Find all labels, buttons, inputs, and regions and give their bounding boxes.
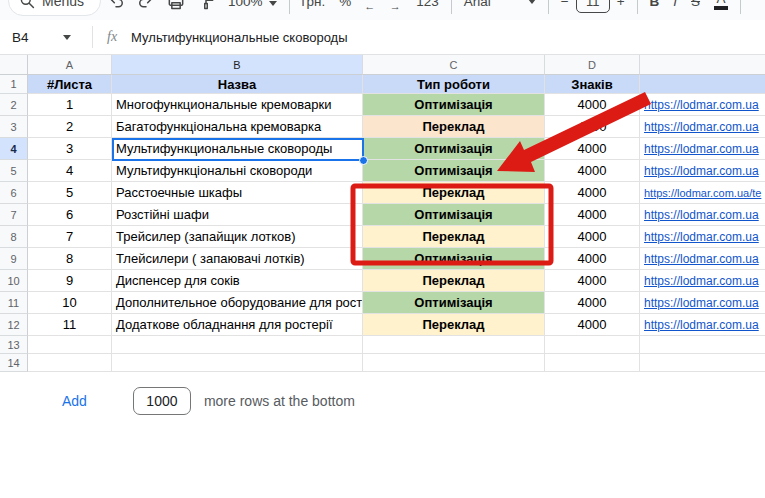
name-box[interactable]: B4 bbox=[0, 30, 92, 45]
font-select[interactable]: Arial bbox=[457, 0, 543, 9]
row-header-14[interactable]: 14 bbox=[0, 354, 28, 372]
row-header-2[interactable]: 2 bbox=[0, 94, 28, 116]
link-e12[interactable]: https://lodmar.com.ua bbox=[644, 318, 759, 332]
italic-button[interactable]: I bbox=[666, 0, 684, 9]
cell-a9[interactable]: 8 bbox=[28, 248, 112, 270]
cell-c12[interactable]: Переклад bbox=[363, 314, 545, 336]
cell-d8[interactable]: 4000 bbox=[545, 226, 640, 248]
currency-format-button[interactable]: грн. bbox=[295, 0, 333, 9]
column-header-b[interactable]: B bbox=[112, 55, 363, 75]
cell-e14[interactable] bbox=[640, 354, 765, 372]
zoom-select[interactable]: 100% bbox=[221, 0, 284, 9]
row-header-12[interactable]: 12 bbox=[0, 314, 28, 336]
column-header-c[interactable]: C bbox=[363, 55, 545, 75]
link-e3[interactable]: https://lodmar.com.ua bbox=[644, 120, 759, 134]
row-header-7[interactable]: 7 bbox=[0, 204, 28, 226]
row-header-3[interactable]: 3 bbox=[0, 116, 28, 138]
more-formats-button[interactable]: 123 bbox=[409, 0, 446, 9]
link-e5[interactable]: https://lodmar.com.ua bbox=[644, 164, 759, 178]
paint-format-button[interactable] bbox=[191, 0, 221, 16]
cell-a6[interactable]: 5 bbox=[28, 182, 112, 204]
cell-c7[interactable]: Оптимізація bbox=[363, 204, 545, 226]
increase-decimal-button[interactable]: .00 → bbox=[381, 0, 409, 11]
cell-d5[interactable]: 4000 bbox=[545, 160, 640, 182]
cell-d13[interactable] bbox=[545, 336, 640, 354]
cell-c8[interactable]: Переклад bbox=[363, 226, 545, 248]
cell-a7[interactable]: 6 bbox=[28, 204, 112, 226]
link-e4[interactable]: https://lodmar.com.ua bbox=[644, 142, 759, 156]
add-rows-button[interactable]: Add bbox=[62, 393, 87, 409]
cell-d7[interactable]: 4000 bbox=[545, 204, 640, 226]
text-color-button[interactable]: A bbox=[707, 0, 735, 10]
cell-c6[interactable]: Переклад bbox=[363, 182, 545, 204]
cell-a3[interactable]: 2 bbox=[28, 116, 112, 138]
cell-d2[interactable]: 4000 bbox=[545, 94, 640, 116]
cell-d3[interactable]: 4000 bbox=[545, 116, 640, 138]
link-e6[interactable]: https://lodmar.com.ua/te bbox=[644, 187, 761, 199]
cell-c14[interactable] bbox=[363, 354, 545, 372]
row-header-8[interactable]: 8 bbox=[0, 226, 28, 248]
cell-d4[interactable]: 4000 bbox=[545, 138, 640, 160]
cell-b6[interactable]: Расстоечные шкафы bbox=[112, 182, 363, 204]
formula-input[interactable]: Мультифункциональные сковороды bbox=[131, 30, 347, 45]
cell-a10[interactable]: 9 bbox=[28, 270, 112, 292]
link-e9[interactable]: https://lodmar.com.ua bbox=[644, 252, 759, 266]
cell-b13[interactable] bbox=[112, 336, 363, 354]
decrease-font-size-button[interactable]: − bbox=[554, 0, 576, 9]
cell-a13[interactable] bbox=[28, 336, 112, 354]
cell-e13[interactable] bbox=[640, 336, 765, 354]
menus-search-pill[interactable]: Menus bbox=[8, 0, 101, 16]
row-header-11[interactable]: 11 bbox=[0, 292, 28, 314]
column-header-a[interactable]: A bbox=[28, 55, 112, 75]
cell-b8[interactable]: Трейсилер (запайщик лотков) bbox=[112, 226, 363, 248]
undo-button[interactable] bbox=[101, 0, 131, 16]
cell-b5[interactable]: Мультифункціональні сковороди bbox=[112, 160, 363, 182]
cell-a2[interactable]: 1 bbox=[28, 94, 112, 116]
cell-e1[interactable] bbox=[640, 75, 765, 94]
select-all-corner[interactable] bbox=[0, 55, 28, 75]
cell-c9[interactable]: Оптимізація bbox=[363, 248, 545, 270]
link-e8[interactable]: https://lodmar.com.ua bbox=[644, 230, 759, 244]
row-header-6[interactable]: 6 bbox=[0, 182, 28, 204]
cell-b14[interactable] bbox=[112, 354, 363, 372]
cell-a4[interactable]: 3 bbox=[28, 138, 112, 160]
cell-c5[interactable]: Оптимізація bbox=[363, 160, 545, 182]
cell-c2[interactable]: Оптимізація bbox=[363, 94, 545, 116]
add-rows-count-input[interactable] bbox=[133, 387, 191, 415]
strikethrough-button[interactable]: S bbox=[684, 0, 707, 9]
bold-button[interactable]: B bbox=[643, 0, 667, 9]
row-header-10[interactable]: 10 bbox=[0, 270, 28, 292]
increase-font-size-button[interactable]: + bbox=[610, 0, 632, 9]
link-e2[interactable]: https://lodmar.com.ua bbox=[644, 98, 759, 112]
column-header-d[interactable]: D bbox=[545, 55, 640, 75]
cell-b3[interactable]: Багатофункціональна кремоварка bbox=[112, 116, 363, 138]
cell-c11[interactable]: Оптимізація bbox=[363, 292, 545, 314]
cell-b4-selected[interactable]: Мультифункциональные сковороды bbox=[112, 138, 363, 160]
row-header-13[interactable]: 13 bbox=[0, 336, 28, 354]
cell-d11[interactable]: 4000 bbox=[545, 292, 640, 314]
font-size-input[interactable]: 11 bbox=[576, 0, 610, 13]
row-header-5[interactable]: 5 bbox=[0, 160, 28, 182]
cell-d1[interactable]: Знаків bbox=[545, 75, 640, 94]
cell-b12[interactable]: Додаткове обладнання для ростерії bbox=[112, 314, 363, 336]
cell-a12[interactable]: 11 bbox=[28, 314, 112, 336]
cell-c4[interactable]: Оптимізація bbox=[363, 138, 545, 160]
cell-a14[interactable] bbox=[28, 354, 112, 372]
link-e11[interactable]: https://lodmar.com.ua bbox=[644, 296, 759, 310]
cell-a1[interactable]: #Листа bbox=[28, 75, 112, 94]
cell-b2[interactable]: Многофункциональные кремоварки bbox=[112, 94, 363, 116]
cell-b10[interactable]: Диспенсер для соків bbox=[112, 270, 363, 292]
decrease-decimal-button[interactable]: .0 ← bbox=[358, 0, 381, 11]
cell-c3[interactable]: Переклад bbox=[363, 116, 545, 138]
row-header-4[interactable]: 4 bbox=[0, 138, 28, 160]
row-header-9[interactable]: 9 bbox=[0, 248, 28, 270]
percent-format-button[interactable]: % bbox=[332, 0, 358, 9]
redo-button[interactable] bbox=[131, 0, 161, 16]
cell-d14[interactable] bbox=[545, 354, 640, 372]
column-header-e[interactable] bbox=[640, 55, 765, 75]
cell-d12[interactable]: 4000 bbox=[545, 314, 640, 336]
cell-a5[interactable]: 4 bbox=[28, 160, 112, 182]
link-e7[interactable]: https://lodmar.com.ua bbox=[644, 208, 759, 222]
cell-d6[interactable]: 4000 bbox=[545, 182, 640, 204]
cell-c13[interactable] bbox=[363, 336, 545, 354]
